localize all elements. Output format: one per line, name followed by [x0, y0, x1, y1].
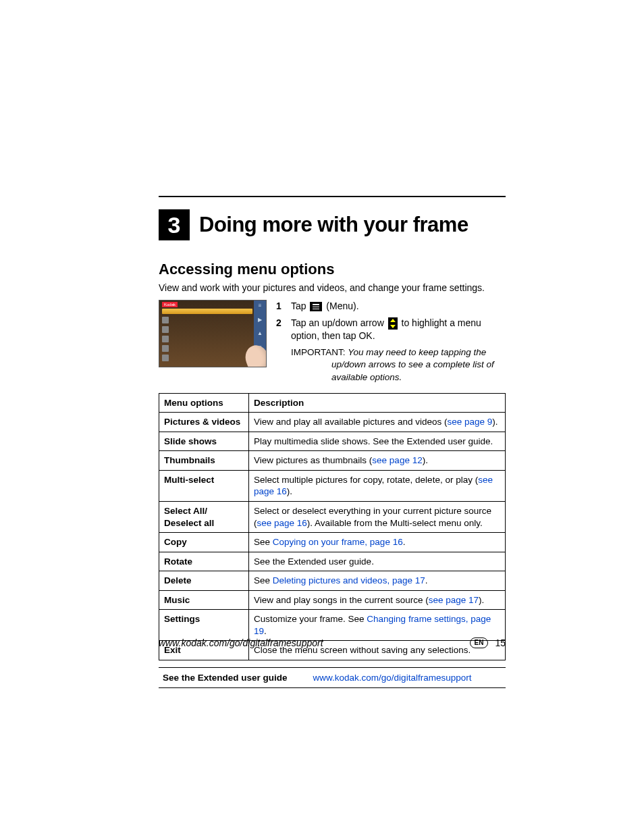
- menu-option-desc: View pictures as thumbnails (see page 12…: [249, 451, 506, 471]
- table-row: Pictures & videosView and play all avail…: [159, 413, 506, 432]
- menu-option-desc: See Deleting pictures and videos, page 1…: [249, 571, 506, 591]
- menu-option-desc: View and play songs in the current sourc…: [249, 590, 506, 610]
- table-row: DeleteSee Deleting pictures and videos, …: [159, 571, 506, 591]
- step-list: 1 Tap (Menu). 2 Tap an up/down arrow to …: [276, 300, 506, 384]
- menu-option-name: Music: [159, 590, 249, 610]
- table-row: CopySee Copying on your frame, page 16.: [159, 533, 506, 552]
- menu-option-name: Copy: [159, 533, 249, 552]
- page-reference-link[interactable]: Copying on your frame, page 16: [273, 537, 403, 547]
- step-1: 1 Tap (Menu).: [276, 300, 506, 313]
- menu-option-desc: Select or deselect everything in your cu…: [249, 502, 506, 533]
- table-row: SettingsCustomize your frame. See Changi…: [159, 610, 506, 641]
- page-reference-link[interactable]: Deleting pictures and videos, page 17: [273, 575, 425, 585]
- steps-area: Kodak ≡▶▲▼■ 1 Tap (Menu). 2 Tap an up/do…: [159, 300, 506, 384]
- frame-screenshot-thumbnail: Kodak ≡▶▲▼■: [159, 300, 267, 367]
- menu-option-name: Settings: [159, 610, 249, 641]
- table-row: ThumbnailsView pictures as thumbnails (s…: [159, 451, 506, 471]
- chapter-title: Doing more with your frame: [199, 213, 468, 237]
- section-intro: View and work with your pictures and vid…: [159, 282, 506, 293]
- menu-option-name: Slide shows: [159, 432, 249, 451]
- menu-option-desc: Customize your frame. See Changing frame…: [249, 610, 506, 641]
- table-header-menu: Menu options: [159, 393, 249, 413]
- page-reference-link[interactable]: see page 12: [372, 455, 422, 465]
- menu-option-desc: See the Extended user guide.: [249, 552, 506, 571]
- step-number: 2: [276, 317, 284, 342]
- menu-option-name: Rotate: [159, 552, 249, 571]
- page-reference-link[interactable]: see page 16: [257, 518, 307, 528]
- updown-arrow-icon: [388, 317, 398, 330]
- table-row: Multi-selectSelect multiple pictures for…: [159, 470, 506, 501]
- menu-option-name: Multi-select: [159, 470, 249, 501]
- extended-guide-link[interactable]: www.kodak.com/go/digitalframesupport: [313, 673, 472, 683]
- chapter-number: 3: [159, 209, 190, 240]
- menu-option-desc: View and play all available pictures and…: [249, 413, 506, 432]
- step-text: Tap: [291, 301, 308, 311]
- step-text: (Menu).: [326, 301, 358, 311]
- table-row: Select All/ Deselect allSelect or desele…: [159, 502, 506, 533]
- chapter-heading: 3 Doing more with your frame: [159, 209, 506, 240]
- important-label: IMPORTANT:: [291, 347, 348, 357]
- menu-option-name: Delete: [159, 571, 249, 591]
- menu-options-table: Menu options Description Pictures & vide…: [159, 393, 506, 660]
- important-text: You may need to keep tapping the up/down…: [331, 347, 494, 382]
- menu-icon: [310, 302, 322, 311]
- table-row: RotateSee the Extended user guide.: [159, 552, 506, 571]
- page-reference-link[interactable]: see page 9: [447, 417, 492, 427]
- table-row: Slide showsPlay multimedia slide shows. …: [159, 432, 506, 451]
- menu-option-desc: Play multimedia slide shows. See the Ext…: [249, 432, 506, 451]
- menu-option-name: Select All/ Deselect all: [159, 502, 249, 533]
- menu-option-name: Thumbnails: [159, 451, 249, 471]
- footer-url[interactable]: www.kodak.com/go/digitalframesupport: [159, 637, 323, 648]
- table-row: MusicView and play songs in the current …: [159, 590, 506, 610]
- step-2: 2 Tap an up/down arrow to highlight a me…: [276, 317, 506, 342]
- page-number: 15: [495, 637, 506, 648]
- extended-guide-label: See the Extended user guide: [163, 673, 288, 683]
- extended-guide-row: See the Extended user guide www.kodak.co…: [159, 667, 506, 688]
- step-number: 1: [276, 300, 284, 313]
- menu-option-name: Pictures & videos: [159, 413, 249, 432]
- menu-option-desc: Select multiple pictures for copy, rotat…: [249, 470, 506, 501]
- menu-option-desc: See Copying on your frame, page 16.: [249, 533, 506, 552]
- language-badge: EN: [470, 637, 489, 648]
- top-rule: [159, 196, 506, 197]
- section-title: Accessing menu options: [159, 261, 506, 278]
- page-reference-link[interactable]: see page 17: [429, 595, 479, 605]
- important-note: IMPORTANT: You may need to keep tapping …: [291, 346, 506, 384]
- table-header-desc: Description: [249, 393, 506, 413]
- page-footer: www.kodak.com/go/digitalframesupport EN …: [159, 637, 506, 648]
- step-text: Tap an up/down arrow: [291, 317, 387, 328]
